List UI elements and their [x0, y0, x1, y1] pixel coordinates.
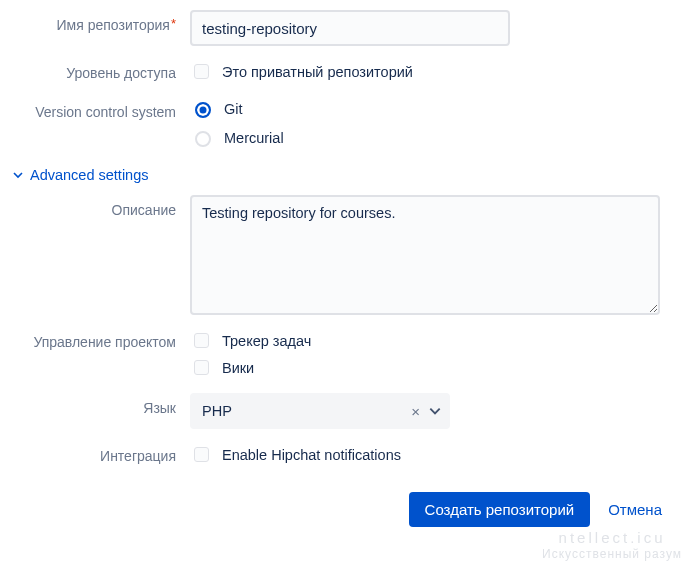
row-vcs: Version control system Git Mercurial	[0, 97, 690, 155]
field-description	[190, 195, 690, 315]
access-private-option: Это приватный репозиторий	[190, 61, 690, 82]
watermark-top: ntellect.icu	[542, 529, 682, 547]
label-repo-name-text: Имя репозитория	[57, 17, 170, 33]
repo-name-input[interactable]	[190, 10, 510, 46]
row-project-mgmt: Управление проектом Трекер задач Вики	[0, 327, 690, 381]
row-repo-name: Имя репозитория*	[0, 10, 690, 46]
vcs-radio-mercurial[interactable]	[195, 131, 211, 147]
chevron-down-icon	[12, 169, 24, 181]
vcs-option-git: Git	[190, 99, 690, 118]
pm-issues-label: Трекер задач	[222, 333, 311, 349]
form-actions: Создать репозиторий Отмена	[0, 492, 690, 527]
advanced-settings-toggle[interactable]: Advanced settings	[0, 167, 690, 183]
create-repository-button[interactable]: Создать репозиторий	[409, 492, 591, 527]
pm-issues-checkbox[interactable]	[194, 333, 209, 348]
watermark-bottom: Искусственный разум	[542, 547, 682, 561]
row-description: Описание	[0, 195, 690, 315]
pm-wiki-checkbox[interactable]	[194, 360, 209, 375]
label-repo-name: Имя репозитория*	[0, 10, 190, 35]
field-access: Это приватный репозиторий	[190, 58, 690, 85]
cancel-button[interactable]: Отмена	[608, 501, 662, 518]
field-project-mgmt: Трекер задач Вики	[190, 327, 690, 381]
label-language: Язык	[0, 393, 190, 417]
pm-wiki-label: Вики	[222, 360, 254, 376]
language-value: PHP	[202, 403, 411, 419]
pm-option-issues: Трекер задач	[190, 330, 690, 351]
advanced-settings-label: Advanced settings	[30, 167, 149, 183]
label-description: Описание	[0, 195, 190, 219]
field-repo-name	[190, 10, 690, 46]
row-language: Язык PHP ×	[0, 393, 690, 429]
label-vcs: Version control system	[0, 97, 190, 121]
vcs-label-git: Git	[224, 101, 243, 117]
vcs-radio-git[interactable]	[195, 102, 211, 118]
pm-option-wiki: Вики	[190, 357, 690, 378]
description-textarea[interactable]	[190, 195, 660, 315]
integration-hipchat-label: Enable Hipchat notifications	[222, 447, 401, 463]
required-asterisk: *	[171, 16, 176, 31]
access-private-checkbox[interactable]	[194, 64, 209, 79]
field-integration: Enable Hipchat notifications	[190, 441, 690, 468]
label-integration: Интеграция	[0, 441, 190, 465]
chevron-down-icon	[428, 404, 442, 418]
create-repository-form: Имя репозитория* Уровень доступа Это при…	[0, 10, 690, 527]
language-select[interactable]: PHP ×	[190, 393, 450, 429]
vcs-label-mercurial: Mercurial	[224, 130, 284, 146]
field-language: PHP ×	[190, 393, 690, 429]
integration-hipchat-checkbox[interactable]	[194, 447, 209, 462]
clear-icon[interactable]: ×	[411, 403, 420, 420]
row-access: Уровень доступа Это приватный репозитори…	[0, 58, 690, 85]
label-project-mgmt: Управление проектом	[0, 327, 190, 351]
watermark: ntellect.icu Искусственный разум	[542, 529, 682, 561]
access-private-label: Это приватный репозиторий	[222, 64, 413, 80]
label-access: Уровень доступа	[0, 58, 190, 82]
integration-hipchat-option: Enable Hipchat notifications	[190, 444, 690, 465]
vcs-option-mercurial: Mercurial	[190, 128, 690, 147]
field-vcs: Git Mercurial	[190, 97, 690, 155]
row-integration: Интеграция Enable Hipchat notifications	[0, 441, 690, 468]
